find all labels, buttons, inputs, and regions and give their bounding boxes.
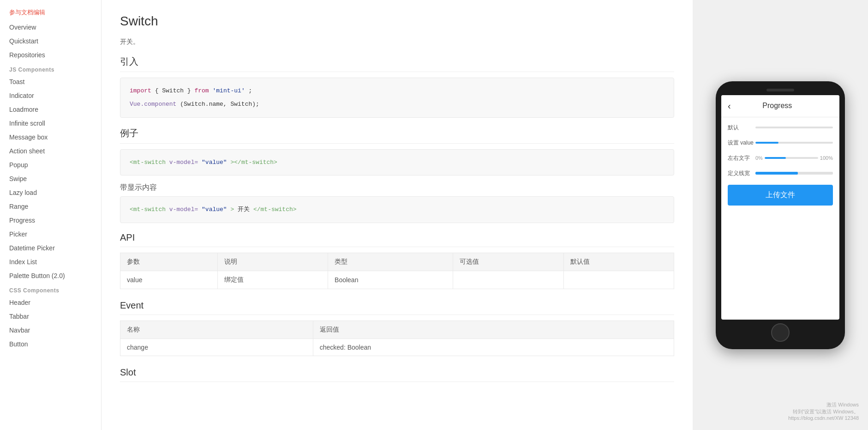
event-cell-name: change bbox=[120, 339, 313, 356]
sidebar: 参与文档编辑 OverviewQuickstartRepositoriesJS … bbox=[0, 0, 102, 430]
progress-bar-container-1 bbox=[755, 142, 833, 144]
sidebar-item-index-list[interactable]: Index List bbox=[0, 255, 101, 269]
sidebar-item-toast[interactable]: Toast bbox=[0, 75, 101, 89]
api-table-header-cell: 参数 bbox=[120, 253, 218, 271]
sub-section-with-content: 带显示内容 bbox=[120, 183, 674, 193]
sidebar-item-range[interactable]: Range bbox=[0, 200, 101, 213]
phone-screen-title: Progress bbox=[736, 102, 819, 110]
api-cell-param: value bbox=[120, 271, 218, 289]
phone-back-button[interactable]: ‹ bbox=[728, 101, 731, 111]
sidebar-item-tabbar[interactable]: Tabbar bbox=[0, 309, 101, 323]
progress-label-0: 默认 bbox=[728, 124, 755, 132]
section-api-heading: API bbox=[120, 232, 674, 247]
progress-label-3: 定义线宽 bbox=[728, 170, 755, 177]
api-table-header-cell: 类型 bbox=[328, 253, 453, 271]
sidebar-item-swipe[interactable]: Swipe bbox=[0, 172, 101, 186]
section-example-heading: 例子 bbox=[120, 127, 674, 144]
sidebar-item-navbar[interactable]: Navbar bbox=[0, 323, 101, 337]
sidebar-item-palette-button[interactable]: Palette Button (2.0) bbox=[0, 269, 101, 283]
code-keyword-from: from bbox=[194, 87, 209, 94]
phone-mockup: ‹ Progress 默认设置 value左右文字0%100%定义线宽上传文件 bbox=[716, 81, 845, 349]
progress-label-2: 左右文字 bbox=[728, 154, 755, 162]
progress-bar-fill-1 bbox=[755, 142, 778, 144]
event-table-head: 名称返回值 bbox=[120, 321, 674, 339]
event-table-header-cell: 返回值 bbox=[313, 321, 674, 339]
phone-speaker bbox=[766, 89, 794, 91]
sidebar-item-datetime-picker[interactable]: Datetime Picker bbox=[0, 241, 101, 255]
api-cell-options bbox=[453, 271, 563, 289]
sidebar-item-button[interactable]: Button bbox=[0, 337, 101, 351]
progress-right-label-2: 100% bbox=[820, 155, 833, 161]
sidebar-section-css-components: CSS Components bbox=[0, 283, 101, 296]
code-keyword-import: import bbox=[130, 87, 151, 94]
code-line-1: import { Switch } from 'mint-ui' ; bbox=[130, 85, 664, 96]
phone-screen: ‹ Progress 默认设置 value左右文字0%100%定义线宽上传文件 bbox=[721, 95, 839, 320]
section-slot-heading: Slot bbox=[120, 367, 674, 382]
progress-row-1: 设置 value bbox=[728, 139, 833, 147]
phone-panel: ‹ Progress 默认设置 value左右文字0%100%定义线宽上传文件 bbox=[693, 0, 868, 430]
sidebar-item-loadmore[interactable]: Loadmore bbox=[0, 103, 101, 116]
code-example-block-1: <mt-switch v-model= "value" ></mt-switch… bbox=[120, 149, 674, 176]
sidebar-item-quickstart[interactable]: Quickstart bbox=[0, 34, 101, 48]
progress-left-label-2: 0% bbox=[755, 155, 763, 161]
sidebar-item-progress[interactable]: Progress bbox=[0, 213, 101, 227]
event-table-header-cell: 名称 bbox=[120, 321, 313, 339]
page-title: Switch bbox=[120, 14, 674, 29]
code-line-2: Vue.component (Switch.name, Switch); bbox=[130, 99, 664, 109]
section-event-heading: Event bbox=[120, 300, 674, 315]
sidebar-item-repositories[interactable]: Repositories bbox=[0, 48, 101, 62]
api-table-header-cell: 可选值 bbox=[453, 253, 563, 271]
api-cell-default bbox=[563, 271, 674, 289]
api-table-header-cell: 说明 bbox=[217, 253, 328, 271]
event-table-row: changechecked: Boolean bbox=[120, 339, 674, 356]
api-cell-type: Boolean bbox=[328, 271, 453, 289]
progress-label-1: 设置 value bbox=[728, 139, 755, 147]
sidebar-item-infinite-scroll[interactable]: Infinite scroll bbox=[0, 116, 101, 130]
api-cell-desc: 绑定值 bbox=[217, 271, 328, 289]
progress-bar-container-2 bbox=[765, 157, 818, 159]
api-table-header-cell: 默认值 bbox=[563, 253, 674, 271]
code-import-block: import { Switch } from 'mint-ui' ; Vue.c… bbox=[120, 78, 674, 118]
api-table-row: value绑定值Boolean bbox=[120, 271, 674, 289]
sidebar-item-popup[interactable]: Popup bbox=[0, 158, 101, 172]
sidebar-item-message-box[interactable]: Message box bbox=[0, 130, 101, 144]
section-import-heading: 引入 bbox=[120, 55, 674, 72]
progress-row-3: 定义线宽 bbox=[728, 170, 833, 177]
code-example-block-2: <mt-switch v-model= "value" > 开关 </mt-sw… bbox=[120, 196, 674, 223]
progress-with-labels-2: 0%100% bbox=[755, 155, 833, 161]
progress-bar-fill-2 bbox=[765, 157, 786, 159]
progress-bar-container-3 bbox=[755, 172, 833, 175]
event-cell-return: checked: Boolean bbox=[313, 339, 674, 356]
phone-home-button[interactable] bbox=[771, 323, 790, 342]
api-table: 参数说明类型可选值默认值 value绑定值Boolean bbox=[120, 253, 674, 289]
main-content: Switch 开关。 引入 import { Switch } from 'mi… bbox=[102, 0, 693, 430]
sidebar-item-action-sheet[interactable]: Action sheet bbox=[0, 144, 101, 158]
progress-bar-container-0 bbox=[755, 127, 833, 128]
event-table: 名称返回值 changechecked: Boolean bbox=[120, 321, 674, 356]
sidebar-item-indicator[interactable]: Indicator bbox=[0, 89, 101, 103]
sidebar-section-js-components: JS Components bbox=[0, 62, 101, 75]
api-table-head: 参数说明类型可选值默认值 bbox=[120, 253, 674, 271]
progress-row-0: 默认 bbox=[728, 124, 833, 132]
phone-body: 默认设置 value左右文字0%100%定义线宽上传文件 bbox=[721, 117, 839, 320]
sidebar-edit-link[interactable]: 参与文档编辑 bbox=[0, 5, 101, 20]
sidebar-item-lazy-load[interactable]: Lazy load bbox=[0, 186, 101, 200]
progress-bar-fill-3 bbox=[755, 172, 798, 175]
sidebar-item-header[interactable]: Header bbox=[0, 296, 101, 309]
page-description: 开关。 bbox=[120, 38, 674, 46]
sidebar-item-overview[interactable]: Overview bbox=[0, 20, 101, 34]
progress-row-2: 左右文字0%100% bbox=[728, 154, 833, 162]
phone-header: ‹ Progress bbox=[721, 95, 839, 117]
sidebar-item-picker[interactable]: Picker bbox=[0, 227, 101, 241]
upload-button[interactable]: 上传文件 bbox=[728, 185, 833, 206]
